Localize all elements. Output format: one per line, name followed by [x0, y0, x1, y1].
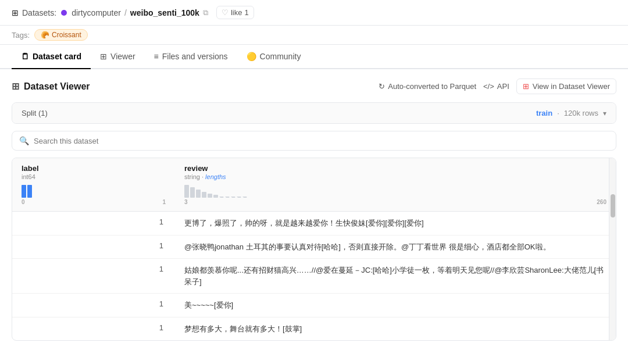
review-chart	[184, 184, 606, 198]
api-label: API	[497, 82, 509, 91]
header-actions: ↻ Auto-converted to Parquet </> API ⊞ Vi…	[379, 78, 616, 94]
tab-dataset-card-label: Dataset card	[33, 52, 81, 61]
review-cell: 更博了，爆照了，帅的呀，就是越来越爱你！生快俊妹[爱你][爱你][爱你]	[175, 212, 616, 235]
auto-converted-label: Auto-converted to Parquet	[388, 82, 476, 91]
top-bar: ⊞ Datasets: dirtycomputer / weibo_senti_…	[0, 0, 628, 26]
split-dot: ·	[557, 109, 559, 117]
like-count: 1	[244, 8, 248, 17]
tab-community-label: Community	[260, 52, 301, 61]
auto-converted-link[interactable]: ↻ Auto-converted to Parquet	[379, 82, 476, 91]
train-link[interactable]: train	[536, 109, 552, 117]
repo-name: weibo_senti_100k	[130, 8, 199, 17]
heart-icon: ♡	[222, 8, 229, 17]
review-chart-labels: 3 260	[184, 199, 606, 205]
table-icon: ⊞	[12, 81, 19, 92]
label-cell: 1	[12, 317, 175, 340]
chevron-down-icon[interactable]: ▾	[603, 109, 606, 117]
label-chart	[22, 184, 166, 198]
view-in-dataset-viewer-button[interactable]: ⊞ View in Dataset Viewer	[516, 78, 616, 94]
croissant-label: Croissant	[52, 31, 81, 39]
copy-icon[interactable]: ⧉	[203, 8, 208, 17]
view-grid-icon: ⊞	[523, 82, 529, 91]
label-cell: 1	[12, 212, 175, 235]
column-header-review: review string · lengths	[175, 158, 616, 212]
tab-viewer-label: Viewer	[110, 52, 135, 61]
dataset-viewer-title: ⊞ Dataset Viewer	[12, 81, 90, 92]
search-input[interactable]	[34, 137, 609, 145]
community-icon: 🟡	[247, 52, 256, 61]
code-icon: </>	[483, 82, 494, 91]
files-icon: ≡	[154, 52, 159, 61]
split-header: Split (1) train · 120k rows ▾	[12, 103, 616, 123]
scrollbar-thumb[interactable]	[611, 194, 615, 217]
view-btn-label: View in Dataset Viewer	[533, 82, 610, 91]
username[interactable]: dirtycomputer	[72, 8, 121, 17]
table-row: 1 美~~~~~[爱你]	[12, 294, 616, 317]
review-cell: @张晓鸭jonathan 土耳其的事要认真对待[哈哈]，否则直接开除。@丁丁看世…	[175, 235, 616, 259]
slash: /	[124, 8, 127, 17]
data-table-wrap: label int64 0 1 revi	[12, 158, 616, 341]
main-content: ⊞ Dataset Viewer ↻ Auto-converted to Par…	[0, 69, 628, 350]
tags-bar: Tags: 🥐 Croissant	[0, 26, 628, 45]
dataset-card-icon: 🗒	[21, 52, 29, 61]
like-label: like	[231, 8, 242, 17]
croissant-tag[interactable]: 🥐 Croissant	[34, 29, 88, 41]
tab-files-and-versions[interactable]: ≡ Files and versions	[145, 45, 237, 69]
user-dot	[61, 10, 67, 16]
like-button[interactable]: ♡ like 1	[216, 6, 254, 19]
table-row: 1 更博了，爆照了，帅的呀，就是越来越爱你！生快俊妹[爱你][爱你][爱你]	[12, 212, 616, 235]
tab-community[interactable]: 🟡 Community	[237, 45, 311, 69]
rows-text: 120k rows	[564, 109, 598, 117]
dataset-viewer-header: ⊞ Dataset Viewer ↻ Auto-converted to Par…	[12, 78, 616, 94]
label-cell: 1	[12, 235, 175, 259]
review-cell: 美~~~~~[爱你]	[175, 294, 616, 317]
search-bar: 🔍	[12, 131, 616, 151]
tab-dataset-card[interactable]: 🗒 Dataset card	[12, 45, 91, 69]
search-icon: 🔍	[19, 136, 29, 145]
refresh-icon: ↻	[379, 82, 385, 91]
split-value: train · 120k rows ▾	[536, 109, 606, 117]
split-section: Split (1) train · 120k rows ▾	[12, 102, 616, 124]
label-cell: 1	[12, 294, 175, 317]
scrollbar[interactable]	[609, 158, 616, 340]
table-row: 1 梦想有多大，舞台就有多大！[鼓掌]	[12, 317, 616, 340]
label-cell: 1	[12, 259, 175, 294]
tabs-bar: 🗒 Dataset card ⊞ Viewer ≡ Files and vers…	[0, 45, 628, 69]
column-header-label: label int64 0 1	[12, 158, 175, 212]
tab-viewer[interactable]: ⊞ Viewer	[91, 45, 145, 69]
table-row: 1 @张晓鸭jonathan 土耳其的事要认真对待[哈哈]，否则直接开除。@丁丁…	[12, 235, 616, 259]
tab-files-label: Files and versions	[162, 52, 228, 61]
review-cell: 姑娘都羡慕你呢...还有招财猫高兴……//@爱在蔓延－JC:[哈哈]小学徒一枚，…	[175, 259, 616, 294]
table-row: 1 姑娘都羡慕你呢...还有招财猫高兴……//@爱在蔓延－JC:[哈哈]小学徒一…	[12, 259, 616, 294]
dataset-viewer-title-label: Dataset Viewer	[24, 81, 90, 92]
api-link[interactable]: </> API	[483, 82, 509, 91]
label-chart-labels: 0 1	[22, 199, 166, 205]
datasets-label: Datasets:	[22, 8, 56, 17]
review-cell: 梦想有多大，舞台就有多大！[鼓掌]	[175, 317, 616, 340]
dataset-grid-icon: ⊞	[12, 8, 19, 17]
split-header-label: Split (1)	[22, 109, 48, 117]
table-container: label int64 0 1 revi	[12, 158, 616, 340]
tags-label: Tags:	[12, 31, 30, 40]
data-table: label int64 0 1 revi	[12, 158, 616, 340]
croissant-emoji: 🥐	[41, 31, 49, 39]
viewer-icon: ⊞	[100, 52, 107, 61]
